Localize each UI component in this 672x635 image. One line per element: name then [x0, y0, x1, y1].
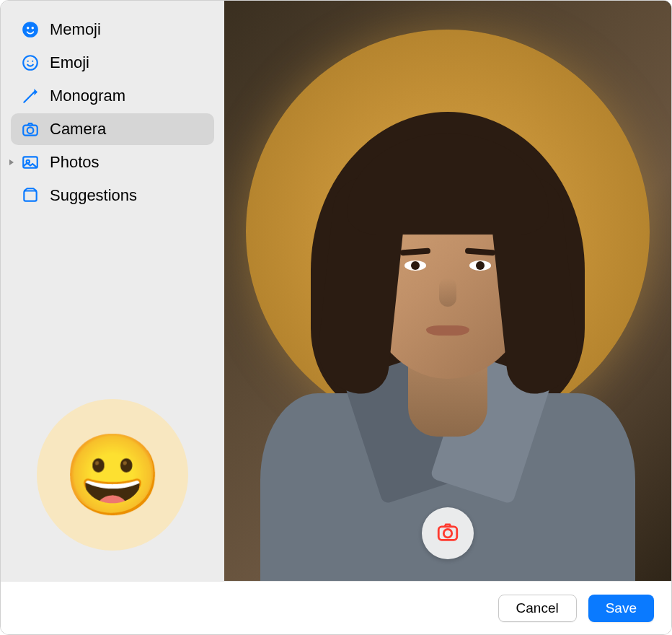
sidebar-item-label: Photos: [50, 153, 204, 172]
sidebar-item-memoji[interactable]: Memoji: [11, 14, 214, 45]
cancel-button[interactable]: Cancel: [498, 595, 577, 622]
main-area: Memoji Emoji Monogram: [1, 1, 671, 581]
sidebar-preview-area: 😀: [11, 382, 214, 568]
sidebar-item-label: Memoji: [50, 20, 204, 39]
emoji-icon: [21, 53, 40, 72]
svg-point-7: [27, 127, 34, 133]
camera-capture-icon: [436, 520, 460, 547]
sidebar-item-label: Suggestions: [50, 186, 204, 205]
preview-emoji: 😀: [63, 435, 162, 514]
sidebar-item-label: Emoji: [50, 53, 204, 72]
chevron-right-icon: [8, 157, 15, 168]
content-area: [224, 1, 671, 581]
svg-rect-10: [24, 191, 36, 201]
sidebar-item-suggestions[interactable]: Suggestions: [11, 180, 214, 211]
camera-icon: [21, 120, 40, 139]
save-button[interactable]: Save: [588, 595, 654, 622]
sidebar-list: Memoji Emoji Monogram: [11, 14, 214, 211]
sidebar-item-label: Monogram: [50, 87, 204, 105]
profile-picture-dialog: Memoji Emoji Monogram: [0, 0, 672, 635]
suggestions-icon: [21, 186, 40, 205]
capture-button[interactable]: [422, 507, 474, 559]
svg-point-3: [23, 56, 37, 70]
memoji-icon: [21, 20, 40, 39]
sidebar: Memoji Emoji Monogram: [1, 1, 224, 581]
sidebar-item-photos[interactable]: Photos: [11, 146, 214, 178]
svg-point-12: [443, 529, 451, 537]
sidebar-item-camera[interactable]: Camera: [11, 113, 214, 145]
camera-live-preview: [224, 1, 671, 581]
sidebar-item-monogram[interactable]: Monogram: [11, 80, 214, 112]
footer: Cancel Save: [1, 581, 671, 634]
svg-point-0: [22, 22, 38, 38]
svg-point-2: [32, 27, 34, 29]
sidebar-item-label: Camera: [50, 120, 204, 139]
svg-point-4: [27, 61, 29, 62]
svg-point-1: [27, 27, 29, 29]
photos-icon: [21, 153, 40, 172]
monogram-icon: [21, 87, 40, 105]
current-avatar-preview: 😀: [37, 399, 188, 551]
svg-point-5: [32, 61, 33, 62]
sidebar-item-emoji[interactable]: Emoji: [11, 47, 214, 79]
